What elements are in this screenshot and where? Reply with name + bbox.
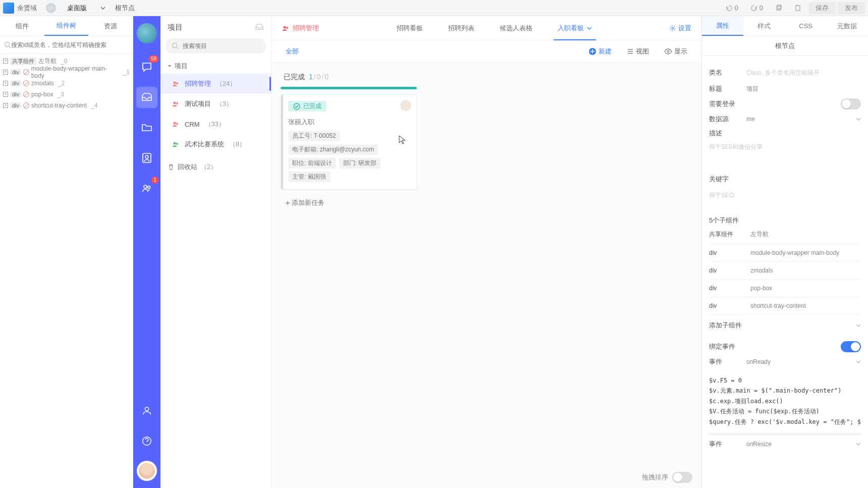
login-toggle[interactable] xyxy=(841,98,861,110)
chevron-down-icon[interactable] xyxy=(856,117,861,122)
tab-onboard-board[interactable]: 入职看板 xyxy=(558,16,592,40)
tree-row[interactable]: + div zmodals _2 xyxy=(0,78,133,89)
svg-point-6 xyxy=(145,155,148,158)
comp-row[interactable]: divshortcut-tray-content xyxy=(709,297,861,315)
chevron-down-icon[interactable] xyxy=(856,359,861,364)
project-item-wushu[interactable]: 武术比赛系统 （8） xyxy=(160,134,271,154)
expand-icon[interactable]: + xyxy=(3,103,8,108)
chevron-down-icon[interactable] xyxy=(856,442,861,447)
project-item-crm[interactable]: CRM （33） xyxy=(160,114,271,134)
tab-recruit-board[interactable]: 招聘看板 xyxy=(397,16,423,40)
rail-help[interactable] xyxy=(136,430,157,452)
rail-folder[interactable] xyxy=(136,117,157,138)
rail-chat[interactable]: 58 xyxy=(136,57,157,78)
tree-kind: div xyxy=(10,91,21,97)
comp-row[interactable]: divmodule-body-wrapper main-body xyxy=(709,244,861,262)
undo-button[interactable]: 0 xyxy=(721,2,743,14)
save-button[interactable]: 保存 xyxy=(808,2,836,14)
tab-recruit-list[interactable]: 招聘列表 xyxy=(448,16,474,40)
breadcrumb[interactable]: 根节点 xyxy=(115,4,135,13)
expand-icon[interactable]: + xyxy=(3,70,8,75)
rail-people[interactable]: 1 xyxy=(136,178,157,199)
assignee-avatar[interactable] xyxy=(400,100,411,111)
rail-contacts[interactable] xyxy=(136,147,157,169)
plus-circle-icon xyxy=(588,47,596,56)
label-event1: 事件 xyxy=(709,357,741,366)
datasource-value[interactable]: me xyxy=(746,116,851,123)
expand-icon[interactable]: + xyxy=(3,92,8,97)
comp-row[interactable]: 共享组件 左导航 xyxy=(709,225,861,244)
chevron-down-icon xyxy=(587,26,592,31)
comp-row[interactable]: divpop-box xyxy=(709,280,861,297)
tree-search-input[interactable] xyxy=(11,41,129,48)
component-tree: + 共享组件 左导航 _0 + div module-body-wrapper … xyxy=(0,53,133,113)
copy-button[interactable] xyxy=(770,2,787,14)
desc-input[interactable] xyxy=(709,143,861,165)
card-chip: 部门: 研发部 xyxy=(339,158,381,169)
hidden-icon xyxy=(23,102,29,109)
rtab-attr[interactable]: 属性 xyxy=(702,16,743,36)
show-button[interactable]: 显示 xyxy=(664,47,687,56)
rtab-meta[interactable]: 元数据 xyxy=(827,16,868,36)
bind-event-toggle[interactable] xyxy=(841,341,861,352)
publish-button[interactable]: 发布 xyxy=(838,2,865,14)
mode-label: 桌面版 xyxy=(67,4,87,13)
folder-icon xyxy=(141,122,153,134)
app-logo-icon[interactable] xyxy=(137,23,157,43)
view-button[interactable]: 视图 xyxy=(627,47,649,56)
tab-candidate-table[interactable]: 候选人表格 xyxy=(500,16,532,40)
people-icon xyxy=(282,24,290,32)
column-progress xyxy=(281,87,417,89)
recycle-section[interactable]: 回收站 （2） xyxy=(160,159,271,175)
drag-sort-toggle[interactable] xyxy=(672,472,692,483)
label-event2: 事件 xyxy=(709,440,741,449)
left-tab-tree[interactable]: 组件树 xyxy=(44,16,89,36)
filter-all[interactable]: 全部 xyxy=(286,47,299,56)
user-avatar[interactable] xyxy=(3,3,14,14)
mode-select[interactable]: 桌面版 xyxy=(67,4,106,13)
project-item-test[interactable]: 测试项目 （3） xyxy=(160,94,271,114)
task-card[interactable]: 已完成 张丽入职 员工号: T-00052 电子邮箱: zhangli@zcyu… xyxy=(281,94,417,190)
project-item-recruit[interactable]: 招聘管理 （24） xyxy=(160,74,271,94)
left-tab-components[interactable]: 组件 xyxy=(0,16,44,36)
project-count: （3） xyxy=(216,99,233,109)
rail-inbox[interactable] xyxy=(136,87,157,108)
rtab-style[interactable]: 样式 xyxy=(743,16,785,36)
title-value[interactable]: 项目 xyxy=(746,85,861,93)
add-subcomponent[interactable]: 添加子组件 xyxy=(709,315,861,336)
project-search-input[interactable] xyxy=(183,42,260,49)
project-section[interactable]: 项目 xyxy=(160,59,271,74)
inbox-outline-icon[interactable] xyxy=(255,23,264,32)
tree-name: pop-box xyxy=(31,91,53,98)
left-tab-assets[interactable]: 资源 xyxy=(88,16,133,36)
rtab-css[interactable]: CSS xyxy=(785,16,827,36)
svg-point-12 xyxy=(174,82,176,84)
keywords-input[interactable] xyxy=(709,189,861,202)
class-input[interactable] xyxy=(746,66,861,79)
event2-value[interactable]: onResize xyxy=(746,441,851,448)
projcol-title: 项目 xyxy=(168,23,183,32)
svg-point-11 xyxy=(173,43,177,48)
event1-value[interactable]: onReady xyxy=(746,358,851,365)
project-search[interactable] xyxy=(166,38,266,53)
add-task-button[interactable]: ＋添加新任务 xyxy=(281,195,417,211)
rail-user[interactable] xyxy=(136,400,157,421)
inbox-icon xyxy=(141,91,153,103)
redo-button[interactable]: 0 xyxy=(745,2,768,14)
event-code[interactable]: $v.F5 = 0 $v.元素.main = $(".main-body-cen… xyxy=(709,371,861,435)
tree-row[interactable]: + div module-body-wrapper main-body _1 xyxy=(0,67,133,78)
new-button[interactable]: 新建 xyxy=(588,47,612,56)
paste-button[interactable] xyxy=(789,2,806,14)
expand-icon[interactable]: + xyxy=(3,81,8,86)
expand-icon[interactable]: + xyxy=(3,59,8,64)
people-badge: 1 xyxy=(151,177,158,184)
svg-rect-5 xyxy=(143,153,151,162)
tree-row[interactable]: + div shortcut-tray-content _4 xyxy=(0,100,133,111)
label-bind-event: 绑定事件 xyxy=(709,342,836,351)
rail-avatar[interactable] xyxy=(137,461,157,481)
project-count: （8） xyxy=(229,140,246,149)
settings-button[interactable]: 设置 xyxy=(669,24,691,33)
tree-row[interactable]: + div pop-box _3 xyxy=(0,89,133,100)
people-icon xyxy=(172,100,180,108)
comp-row[interactable]: divzmodals xyxy=(709,262,861,280)
